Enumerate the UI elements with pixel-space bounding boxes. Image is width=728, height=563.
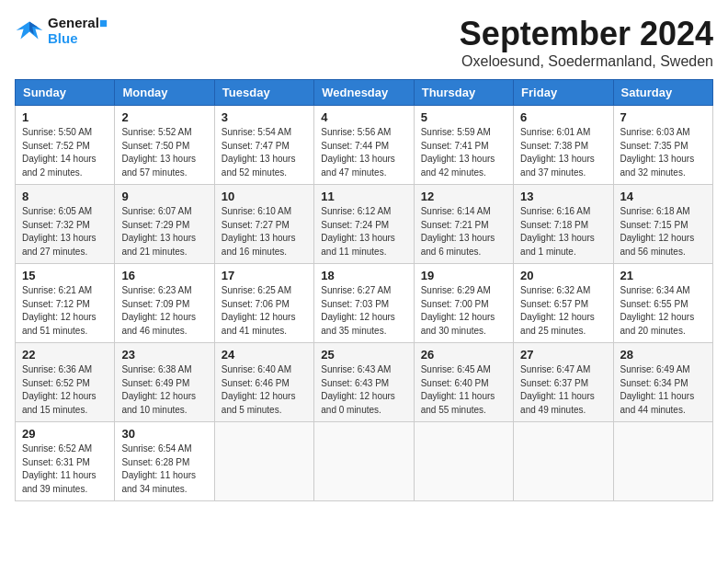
- calendar-cell: 7Sunrise: 6:03 AMSunset: 7:35 PMDaylight…: [613, 106, 712, 185]
- calendar-cell: 12Sunrise: 6:14 AMSunset: 7:21 PMDayligh…: [414, 185, 513, 264]
- calendar-week-row: 29Sunrise: 6:52 AMSunset: 6:31 PMDayligh…: [16, 422, 713, 501]
- day-number: 24: [222, 348, 307, 362]
- calendar-cell: 24Sunrise: 6:40 AMSunset: 6:46 PMDayligh…: [214, 343, 313, 422]
- calendar-cell: 9Sunrise: 6:07 AMSunset: 7:29 PMDaylight…: [115, 185, 214, 264]
- day-info: Sunrise: 5:50 AMSunset: 7:52 PMDaylight:…: [22, 126, 108, 179]
- calendar-cell: [314, 422, 414, 501]
- day-number: 7: [620, 110, 706, 124]
- calendar-header-sunday: Sunday: [16, 80, 115, 106]
- calendar-cell: 20Sunrise: 6:32 AMSunset: 6:57 PMDayligh…: [514, 264, 613, 343]
- day-info: Sunrise: 6:21 AMSunset: 7:12 PMDaylight:…: [22, 284, 108, 338]
- day-info: Sunrise: 5:59 AMSunset: 7:41 PMDaylight:…: [421, 126, 506, 179]
- day-info: Sunrise: 6:27 AMSunset: 7:03 PMDaylight:…: [321, 284, 406, 338]
- calendar-cell: 22Sunrise: 6:36 AMSunset: 6:52 PMDayligh…: [16, 343, 115, 422]
- logo: General■ Blue: [15, 15, 108, 46]
- calendar-cell: 4Sunrise: 5:56 AMSunset: 7:44 PMDaylight…: [314, 106, 414, 185]
- day-number: 21: [620, 269, 706, 282]
- day-info: Sunrise: 6:52 AMSunset: 6:31 PMDaylight:…: [22, 442, 108, 496]
- day-info: Sunrise: 6:29 AMSunset: 7:00 PMDaylight:…: [421, 284, 506, 338]
- day-info: Sunrise: 5:54 AMSunset: 7:47 PMDaylight:…: [222, 126, 307, 179]
- calendar-cell: 11Sunrise: 6:12 AMSunset: 7:24 PMDayligh…: [314, 185, 414, 264]
- calendar-cell: 29Sunrise: 6:52 AMSunset: 6:31 PMDayligh…: [16, 422, 115, 501]
- calendar-header-tuesday: Tuesday: [214, 80, 313, 106]
- calendar-cell: 6Sunrise: 6:01 AMSunset: 7:38 PMDaylight…: [514, 106, 613, 185]
- day-number: 19: [421, 269, 506, 282]
- day-info: Sunrise: 6:45 AMSunset: 6:40 PMDaylight:…: [421, 363, 506, 417]
- day-info: Sunrise: 6:43 AMSunset: 6:43 PMDaylight:…: [321, 363, 406, 417]
- calendar-cell: 10Sunrise: 6:10 AMSunset: 7:27 PMDayligh…: [214, 185, 313, 264]
- calendar-cell: 17Sunrise: 6:25 AMSunset: 7:06 PMDayligh…: [214, 264, 313, 343]
- calendar-cell: 18Sunrise: 6:27 AMSunset: 7:03 PMDayligh…: [314, 264, 414, 343]
- day-number: 18: [321, 269, 406, 282]
- calendar-header-friday: Friday: [514, 80, 613, 106]
- day-number: 22: [22, 348, 108, 362]
- calendar-header-row: SundayMondayTuesdayWednesdayThursdayFrid…: [16, 80, 713, 106]
- calendar-cell: 3Sunrise: 5:54 AMSunset: 7:47 PMDaylight…: [214, 106, 313, 185]
- calendar-cell: 16Sunrise: 6:23 AMSunset: 7:09 PMDayligh…: [115, 264, 214, 343]
- day-info: Sunrise: 6:16 AMSunset: 7:18 PMDaylight:…: [520, 205, 606, 259]
- day-info: Sunrise: 6:34 AMSunset: 6:55 PMDaylight:…: [620, 284, 706, 338]
- day-number: 16: [121, 269, 207, 282]
- day-info: Sunrise: 6:49 AMSunset: 6:34 PMDaylight:…: [620, 363, 706, 417]
- day-number: 29: [22, 427, 108, 441]
- day-number: 9: [121, 190, 207, 203]
- calendar-cell: 27Sunrise: 6:47 AMSunset: 6:37 PMDayligh…: [514, 343, 613, 422]
- day-info: Sunrise: 6:32 AMSunset: 6:57 PMDaylight:…: [520, 284, 606, 338]
- calendar-cell: 28Sunrise: 6:49 AMSunset: 6:34 PMDayligh…: [613, 343, 712, 422]
- day-number: 6: [520, 110, 606, 124]
- day-info: Sunrise: 6:25 AMSunset: 7:06 PMDaylight:…: [222, 284, 307, 338]
- day-number: 30: [121, 427, 207, 441]
- day-number: 5: [421, 110, 506, 124]
- day-info: Sunrise: 6:23 AMSunset: 7:09 PMDaylight:…: [121, 284, 207, 338]
- calendar-cell: [214, 422, 313, 501]
- calendar-cell: 25Sunrise: 6:43 AMSunset: 6:43 PMDayligh…: [314, 343, 414, 422]
- day-number: 3: [222, 110, 307, 124]
- day-number: 26: [421, 348, 506, 362]
- day-info: Sunrise: 6:10 AMSunset: 7:27 PMDaylight:…: [222, 205, 307, 259]
- calendar-cell: 1Sunrise: 5:50 AMSunset: 7:52 PMDaylight…: [16, 106, 115, 185]
- day-number: 14: [620, 190, 706, 203]
- calendar-cell: 30Sunrise: 6:54 AMSunset: 6:28 PMDayligh…: [115, 422, 214, 501]
- day-number: 28: [620, 348, 706, 362]
- day-info: Sunrise: 6:14 AMSunset: 7:21 PMDaylight:…: [421, 205, 506, 259]
- calendar-cell: 5Sunrise: 5:59 AMSunset: 7:41 PMDaylight…: [414, 106, 513, 185]
- day-info: Sunrise: 6:40 AMSunset: 6:46 PMDaylight:…: [222, 363, 307, 417]
- day-number: 1: [22, 110, 108, 124]
- calendar-cell: 13Sunrise: 6:16 AMSunset: 7:18 PMDayligh…: [514, 185, 613, 264]
- day-info: Sunrise: 6:12 AMSunset: 7:24 PMDaylight:…: [321, 205, 406, 259]
- calendar-cell: 23Sunrise: 6:38 AMSunset: 6:49 PMDayligh…: [115, 343, 214, 422]
- logo-text: General■ Blue: [48, 15, 108, 46]
- calendar-cell: 8Sunrise: 6:05 AMSunset: 7:32 PMDaylight…: [16, 185, 115, 264]
- calendar-header-saturday: Saturday: [613, 80, 712, 106]
- calendar-header-wednesday: Wednesday: [314, 80, 414, 106]
- day-info: Sunrise: 6:18 AMSunset: 7:15 PMDaylight:…: [620, 205, 706, 259]
- calendar-cell: 26Sunrise: 6:45 AMSunset: 6:40 PMDayligh…: [414, 343, 513, 422]
- day-info: Sunrise: 6:07 AMSunset: 7:29 PMDaylight:…: [121, 205, 207, 259]
- day-number: 20: [520, 269, 606, 282]
- calendar-cell: 14Sunrise: 6:18 AMSunset: 7:15 PMDayligh…: [613, 185, 712, 264]
- day-info: Sunrise: 6:38 AMSunset: 6:49 PMDaylight:…: [121, 363, 207, 417]
- day-info: Sunrise: 6:01 AMSunset: 7:38 PMDaylight:…: [520, 126, 606, 179]
- calendar-cell: [414, 422, 513, 501]
- calendar-week-row: 15Sunrise: 6:21 AMSunset: 7:12 PMDayligh…: [16, 264, 713, 343]
- calendar-header-monday: Monday: [115, 80, 214, 106]
- day-info: Sunrise: 6:36 AMSunset: 6:52 PMDaylight:…: [22, 363, 108, 417]
- page-header: General■ Blue September 2024 Oxeloesund,…: [15, 15, 713, 70]
- calendar-table: SundayMondayTuesdayWednesdayThursdayFrid…: [15, 79, 713, 501]
- day-info: Sunrise: 5:52 AMSunset: 7:50 PMDaylight:…: [121, 126, 207, 179]
- day-number: 12: [421, 190, 506, 203]
- calendar-week-row: 8Sunrise: 6:05 AMSunset: 7:32 PMDaylight…: [16, 185, 713, 264]
- day-number: 8: [22, 190, 108, 203]
- day-info: Sunrise: 6:03 AMSunset: 7:35 PMDaylight:…: [620, 126, 706, 179]
- day-number: 27: [520, 348, 606, 362]
- calendar-cell: [613, 422, 712, 501]
- location-title: Oxeloesund, Soedermanland, Sweden: [460, 53, 713, 70]
- calendar-week-row: 1Sunrise: 5:50 AMSunset: 7:52 PMDaylight…: [16, 106, 713, 185]
- day-number: 2: [121, 110, 207, 124]
- day-info: Sunrise: 6:05 AMSunset: 7:32 PMDaylight:…: [22, 205, 108, 259]
- day-info: Sunrise: 6:47 AMSunset: 6:37 PMDaylight:…: [520, 363, 606, 417]
- day-info: Sunrise: 6:54 AMSunset: 6:28 PMDaylight:…: [121, 442, 207, 496]
- day-number: 4: [321, 110, 406, 124]
- calendar-week-row: 22Sunrise: 6:36 AMSunset: 6:52 PMDayligh…: [16, 343, 713, 422]
- day-number: 11: [321, 190, 406, 203]
